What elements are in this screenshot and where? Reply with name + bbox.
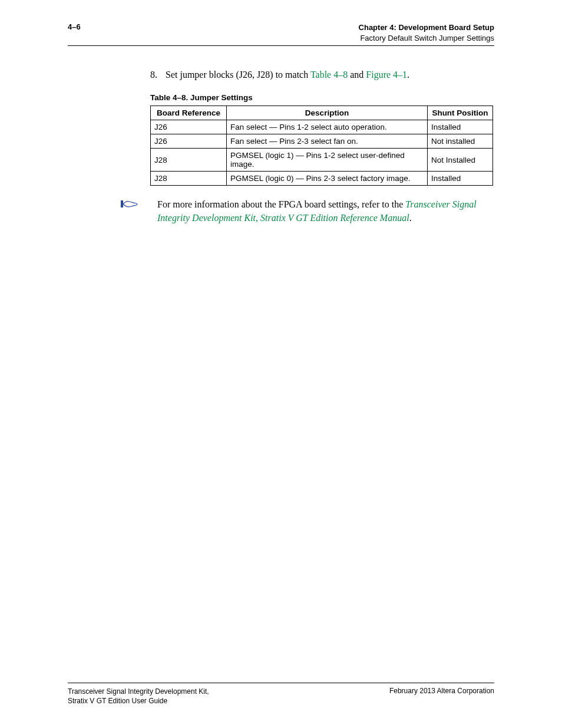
page-number: 4–6 bbox=[68, 22, 81, 31]
cell-shunt: Not installed bbox=[428, 134, 493, 149]
step-text-mid: and bbox=[348, 70, 366, 80]
footer-left-line2: Stratix V GT Edition User Guide bbox=[68, 697, 167, 705]
step-number: 8. bbox=[150, 70, 163, 80]
table-row: J26 Fan select — Pins 1-2 select auto op… bbox=[151, 120, 493, 134]
cell-desc: Fan select — Pins 2-3 select fan on. bbox=[227, 134, 428, 149]
link-figure-4-1[interactable]: Figure 4–1 bbox=[366, 70, 407, 80]
page-footer: Transceiver Signal Integrity Development… bbox=[68, 683, 494, 706]
cell-ref: J28 bbox=[151, 172, 227, 186]
step-text-after: . bbox=[407, 70, 409, 80]
table-row: J28 PGMSEL (logic 0) — Pins 2-3 select f… bbox=[151, 172, 493, 186]
jumper-settings-table: Board Reference Description Shunt Positi… bbox=[150, 106, 493, 186]
step-8: 8. Set jumper blocks (J26, J28) to match… bbox=[150, 70, 494, 80]
footer-left-line1: Transceiver Signal Integrity Development… bbox=[68, 687, 209, 696]
cell-ref: J28 bbox=[151, 149, 227, 172]
col-header-desc: Description bbox=[227, 106, 428, 120]
chapter-prefix: Chapter 4: bbox=[359, 23, 396, 32]
cell-desc: PGMSEL (logic 1) — Pins 1-2 select user-… bbox=[227, 149, 428, 172]
note-text: For more information about the FPGA boar… bbox=[157, 197, 494, 225]
step-text-before: Set jumper blocks (J26, J28) to match bbox=[166, 70, 310, 80]
table-row: J28 PGMSEL (logic 1) — Pins 1-2 select u… bbox=[151, 149, 493, 172]
page-header: 4–6 Chapter 4: Development Board Setup F… bbox=[68, 22, 494, 46]
cell-desc: PGMSEL (logic 0) — Pins 2-3 select facto… bbox=[227, 172, 428, 186]
col-header-ref: Board Reference bbox=[151, 106, 227, 120]
chapter-title: Development Board Setup bbox=[398, 23, 494, 32]
cell-shunt: Installed bbox=[428, 172, 493, 186]
table-caption: Table 4–8. Jumper Settings bbox=[150, 93, 494, 102]
cell-desc: Fan select — Pins 1-2 select auto operat… bbox=[227, 120, 428, 134]
hand-pointing-icon bbox=[121, 199, 138, 212]
cell-shunt: Not Installed bbox=[428, 149, 493, 172]
cell-ref: J26 bbox=[151, 134, 227, 149]
cell-ref: J26 bbox=[151, 120, 227, 134]
table-header-row: Board Reference Description Shunt Positi… bbox=[151, 106, 493, 120]
footer-left: Transceiver Signal Integrity Development… bbox=[68, 687, 209, 706]
note-text-before: For more information about the FPGA boar… bbox=[157, 199, 405, 209]
col-header-shunt: Shunt Position bbox=[428, 106, 493, 120]
footer-right: February 2013 Altera Corporation bbox=[389, 687, 494, 706]
header-section: Factory Default Switch Jumper Settings bbox=[359, 33, 494, 44]
reference-note: For more information about the FPGA boar… bbox=[121, 197, 494, 225]
cell-shunt: Installed bbox=[428, 120, 493, 134]
header-right: Chapter 4: Development Board Setup Facto… bbox=[359, 22, 494, 43]
link-table-4-8[interactable]: Table 4–8 bbox=[310, 70, 348, 80]
table-row: J26 Fan select — Pins 2-3 select fan on.… bbox=[151, 134, 493, 149]
note-text-after: . bbox=[409, 213, 412, 223]
